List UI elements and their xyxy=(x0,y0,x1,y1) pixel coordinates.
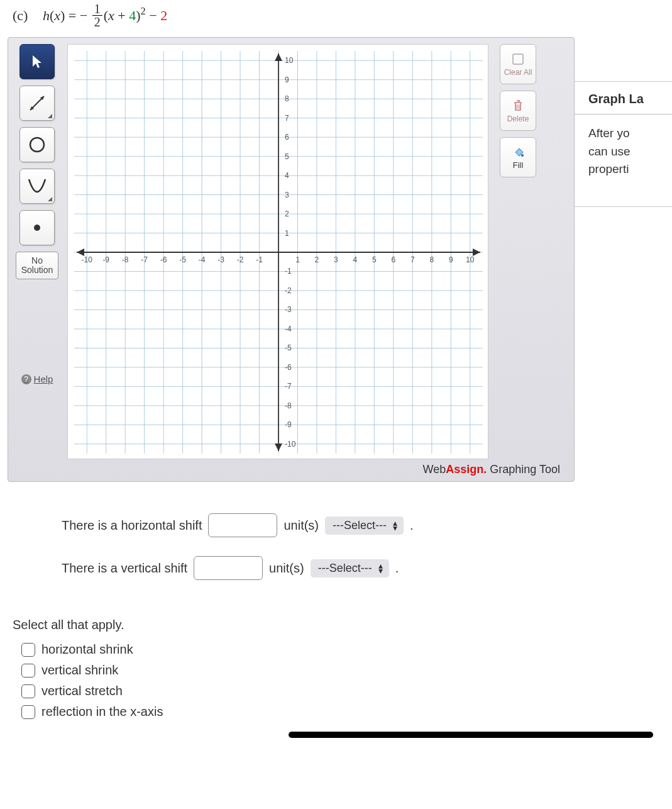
v-shift-label: There is a vertical shift xyxy=(62,561,187,576)
svg-text:7: 7 xyxy=(285,114,289,123)
select-all-prompt: Select all that apply. xyxy=(0,605,672,632)
shift-questions: There is a horizontal shift unit(s) ---S… xyxy=(0,482,672,605)
svg-text:-3: -3 xyxy=(218,255,224,264)
svg-text:1: 1 xyxy=(285,229,289,238)
side-line-1: After yo xyxy=(588,125,672,143)
plus: + xyxy=(114,8,129,23)
line-icon xyxy=(28,94,47,113)
svg-text:4: 4 xyxy=(353,255,358,264)
clear-icon xyxy=(511,52,525,66)
option-vertical-stretch[interactable]: vertical stretch xyxy=(21,684,672,698)
svg-marker-52 xyxy=(275,444,282,451)
select-all-options: horizontal shrink vertical shrink vertic… xyxy=(0,632,672,719)
svg-text:-7: -7 xyxy=(285,382,292,391)
period-1: . xyxy=(410,518,414,533)
svg-text:8: 8 xyxy=(285,94,289,103)
option-vertical-shrink[interactable]: vertical shrink xyxy=(21,663,672,678)
checkbox[interactable] xyxy=(21,664,35,678)
bottom-scrollbar[interactable] xyxy=(0,725,672,738)
svg-text:-10: -10 xyxy=(285,440,296,449)
h-shift-direction-select[interactable]: ---Select--- ▴▾ xyxy=(325,516,404,535)
option-reflection-x-axis[interactable]: reflection in the x-axis xyxy=(21,705,672,719)
svg-text:5: 5 xyxy=(285,152,289,161)
svg-text:10: 10 xyxy=(466,255,475,264)
clear-all-button[interactable]: Clear All xyxy=(500,44,536,84)
svg-text:-5: -5 xyxy=(285,343,292,352)
v-shift-input[interactable] xyxy=(194,556,263,580)
side-line-2: can use xyxy=(588,143,672,161)
svg-text:-9: -9 xyxy=(102,255,109,264)
delete-button[interactable]: Delete xyxy=(500,91,536,131)
coordinate-grid[interactable]: -10-9-8-7-6-5-4-3-2-112345678910-10-9-8-… xyxy=(67,44,488,459)
fill-label: Fill xyxy=(513,160,524,170)
point-icon xyxy=(31,221,43,234)
svg-text:2: 2 xyxy=(285,209,289,218)
svg-text:10: 10 xyxy=(285,56,294,65)
parabola-tool-button[interactable] xyxy=(19,169,55,204)
fill-button[interactable]: Fill xyxy=(500,137,536,177)
no-sol-line2: Solution xyxy=(21,265,53,275)
svg-text:2: 2 xyxy=(315,255,319,264)
svg-text:-1: -1 xyxy=(285,267,292,276)
brand-label: WebAssign. Graphing Tool xyxy=(14,459,568,476)
chevron-updown-icon: ▴▾ xyxy=(378,563,383,574)
checkbox[interactable] xyxy=(21,643,35,657)
svg-text:-4: -4 xyxy=(199,255,206,264)
svg-marker-51 xyxy=(275,53,282,61)
opt-label: vertical stretch xyxy=(41,684,123,698)
svg-point-4 xyxy=(34,225,40,231)
horizontal-shift-row: There is a horizontal shift unit(s) ---S… xyxy=(62,513,659,537)
circle-tool-button[interactable] xyxy=(19,127,55,162)
h-shift-label: There is a horizontal shift xyxy=(62,518,202,533)
clear-label: Clear All xyxy=(504,68,532,77)
side-line-3: properti xyxy=(588,160,672,179)
chevron-updown-icon: ▴▾ xyxy=(393,520,397,531)
svg-text:4: 4 xyxy=(285,171,289,180)
delete-label: Delete xyxy=(507,114,529,123)
trash-icon xyxy=(511,99,525,113)
no-solution-button[interactable]: No Solution xyxy=(16,252,58,279)
vertical-shift-row: There is a vertical shift unit(s) ---Sel… xyxy=(62,556,659,580)
svg-text:-10: -10 xyxy=(82,255,93,264)
period-2: . xyxy=(395,561,399,576)
no-sol-line1: No xyxy=(31,255,43,265)
checkbox[interactable] xyxy=(21,705,35,719)
parabola-icon xyxy=(26,177,48,196)
graph-toolbar: No Solution ? Help xyxy=(14,44,60,459)
h-shift-input[interactable] xyxy=(208,513,277,537)
svg-text:-8: -8 xyxy=(285,401,292,410)
svg-text:6: 6 xyxy=(285,133,289,142)
side-help-panel: Graph La After yo can use properti xyxy=(575,81,672,207)
select-placeholder-1: ---Select--- xyxy=(333,519,387,532)
var-x: x xyxy=(108,8,114,23)
exp: 2 xyxy=(141,5,146,17)
svg-text:-9: -9 xyxy=(285,420,292,429)
cursor-icon xyxy=(31,54,43,69)
svg-text:8: 8 xyxy=(429,255,434,264)
help-link[interactable]: ? Help xyxy=(21,374,53,384)
fill-icon xyxy=(511,145,525,159)
fn-name: h xyxy=(43,8,50,23)
svg-text:-2: -2 xyxy=(285,286,292,295)
svg-text:9: 9 xyxy=(449,255,453,264)
help-label: Help xyxy=(34,374,53,384)
graph-action-toolbar: Clear All Delete Fill xyxy=(496,44,540,459)
line-tool-button[interactable] xyxy=(19,86,55,121)
svg-text:-1: -1 xyxy=(256,255,263,264)
svg-text:-7: -7 xyxy=(141,255,148,264)
select-tool-button[interactable] xyxy=(19,44,55,79)
checkbox[interactable] xyxy=(21,684,35,698)
neg-sign: − xyxy=(80,8,91,23)
svg-text:-5: -5 xyxy=(179,255,186,264)
svg-text:7: 7 xyxy=(410,255,415,264)
svg-point-97 xyxy=(521,154,524,157)
open-paren: ( xyxy=(104,8,108,23)
close-paren: ) xyxy=(136,8,140,23)
point-tool-button[interactable] xyxy=(19,210,55,245)
v-shift-direction-select[interactable]: ---Select--- ▴▾ xyxy=(311,559,389,577)
option-horizontal-shrink[interactable]: horizontal shrink xyxy=(21,642,672,657)
svg-rect-93 xyxy=(513,54,523,64)
unit-label-1: unit(s) xyxy=(284,518,319,533)
frac-num: 1 xyxy=(92,3,102,16)
minus: − xyxy=(146,8,160,23)
